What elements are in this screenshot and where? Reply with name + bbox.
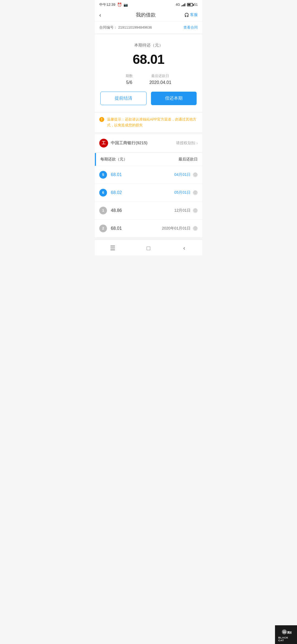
current-amount: 68.01: [100, 52, 197, 67]
network-type: 4G: [176, 3, 180, 7]
amount-label: 本期待还（元）: [100, 43, 197, 48]
due-date-info: 最后还款日 2020.04.01: [149, 73, 171, 85]
page-title: 我的借款: [110, 12, 181, 18]
pay-current-button[interactable]: 偿还本期: [151, 92, 197, 105]
info-button-2[interactable]: ⓘ: [193, 226, 198, 231]
contract-number: 21911101994849636: [118, 25, 152, 29]
period-info: 期数 5/6: [126, 73, 133, 85]
alarm-icon: ⏰: [117, 2, 122, 7]
row-number-1: 1: [99, 207, 107, 214]
bank-info: 工 中国工商银行(9215): [99, 139, 147, 148]
table-header: 每期还款（元） 最后还款日: [95, 153, 202, 166]
row-number-5: 5: [99, 171, 107, 179]
status-right: 4G 51: [176, 3, 198, 7]
signal-bars: [181, 3, 185, 6]
row-number-6: 6: [99, 189, 107, 197]
back-nav-button[interactable]: ‹: [179, 244, 190, 253]
customer-service-button[interactable]: 🎧 客服: [181, 12, 198, 17]
contract-bar: 合同编号： 21911101994849636 查看合同: [95, 22, 202, 34]
row-date-5: 04月01日: [174, 172, 191, 177]
col-duedate-label: 最后还款日: [178, 157, 198, 162]
table-row: 5 68.01 04月01日 ⓘ: [95, 166, 202, 184]
status-left: 中午12:39 ⏰ 📷: [99, 2, 128, 7]
period-label: 期数: [126, 73, 133, 78]
table-row: 1 48.86 12月01日 ⓘ: [95, 202, 202, 220]
period-value: 5/6: [126, 80, 133, 85]
battery-icon: [187, 3, 193, 6]
bank-logo: 工: [99, 139, 108, 148]
row-date-2: 2020年01月01日: [162, 226, 191, 231]
bank-auth[interactable]: 请授权划扣 ›: [176, 141, 198, 146]
due-date-label: 最后还款日: [149, 73, 171, 78]
info-button-5[interactable]: ⓘ: [193, 172, 198, 177]
row-date-6: 05月01日: [174, 190, 191, 195]
bottom-navigation: ☰ □ ‹: [95, 240, 202, 255]
status-bar: 中午12:39 ⏰ 📷 4G 51: [95, 0, 202, 8]
row-amount-1: 48.86: [111, 208, 174, 213]
view-contract-link[interactable]: 查看合同: [183, 25, 198, 30]
row-amount-6: 68.02: [111, 190, 174, 195]
row-amount-2: 68.01: [111, 226, 162, 231]
battery-level: 51: [194, 3, 198, 7]
action-buttons: 提前结清 偿还本期: [100, 92, 197, 105]
row-date-1: 12月01日: [174, 208, 191, 213]
menu-button[interactable]: ☰: [107, 244, 118, 253]
repayment-table: 每期还款（元） 最后还款日 5 68.01 04月01日 ⓘ 6 68.02 0…: [95, 153, 202, 238]
info-row: 期数 5/6 最后还款日 2020.04.01: [100, 73, 197, 85]
warning-text: 温馨提示：还款请认准钱站APP官方渠道，勿通过其他方式，以免造成您的损失: [107, 117, 198, 128]
warning-banner: ! 温馨提示：还款请认准钱站APP官方渠道，勿通过其他方式，以免造成您的损失: [95, 113, 202, 133]
table-row: 2 68.01 2020年01月01日 ⓘ: [95, 220, 202, 238]
early-settle-button[interactable]: 提前结清: [100, 92, 147, 105]
info-button-6[interactable]: ⓘ: [193, 190, 198, 195]
row-number-2: 2: [99, 225, 107, 232]
header: ‹ 我的借款 🎧 客服: [95, 8, 202, 22]
row-amount-5: 68.01: [111, 172, 174, 177]
table-row: 6 68.02 05月01日 ⓘ: [95, 184, 202, 202]
chevron-right-icon: ›: [196, 141, 198, 146]
contract-number-label: 合同编号： 21911101994849636: [99, 25, 152, 30]
bank-name: 中国工商银行(9215): [111, 140, 147, 146]
due-date-value: 2020.04.01: [149, 80, 171, 85]
warning-icon: !: [99, 117, 104, 122]
time-display: 中午12:39: [99, 2, 116, 7]
headset-icon: 🎧: [184, 13, 189, 17]
bank-row[interactable]: 工 中国工商银行(9215) 请授权划扣 ›: [95, 134, 202, 153]
info-button-1[interactable]: ⓘ: [193, 208, 198, 213]
auth-label: 请授权划扣: [176, 141, 195, 146]
back-button[interactable]: ‹: [99, 12, 110, 18]
notification-icon: 📷: [123, 3, 128, 7]
col-payment-label: 每期还款（元）: [100, 157, 127, 162]
main-card: 本期待还（元） 68.01 期数 5/6 最后还款日 2020.04.01 提前…: [95, 34, 202, 112]
home-button[interactable]: □: [143, 244, 154, 253]
